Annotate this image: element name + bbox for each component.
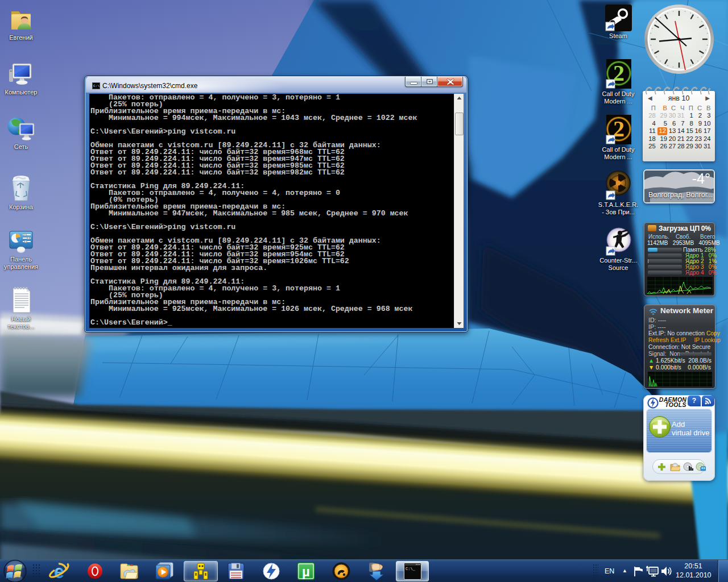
svg-text:C:\_: C:\_	[406, 567, 416, 571]
svg-text:µ: µ	[302, 564, 310, 579]
